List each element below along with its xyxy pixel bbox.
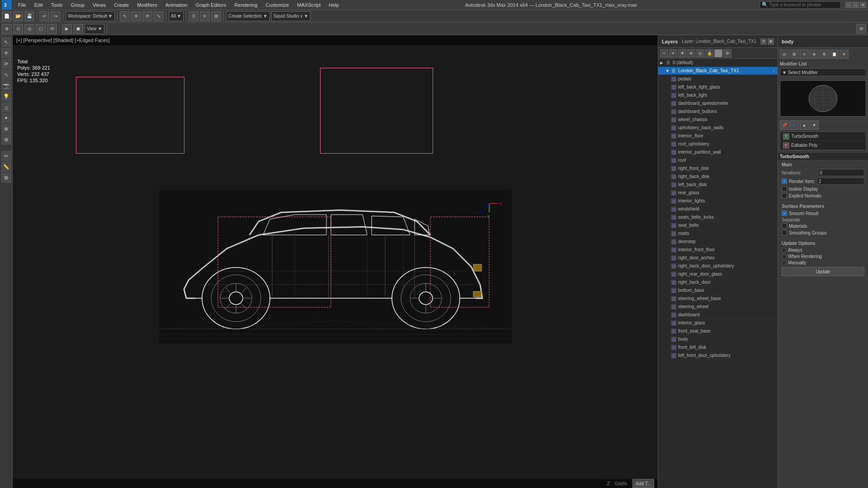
layer-freeze-button[interactable]: ❄ bbox=[687, 49, 695, 57]
layer-color-button[interactable] bbox=[714, 49, 722, 57]
menu-edit[interactable]: Edit bbox=[31, 1, 47, 9]
layer-right_front_disk[interactable]: ◻ right_front_disk bbox=[658, 164, 778, 173]
sub-btn-4[interactable]: ◻ bbox=[36, 24, 46, 34]
layer-hide-button[interactable]: 👁 bbox=[678, 49, 686, 57]
layer-left_back_light[interactable]: ◻ left_back_light bbox=[658, 91, 778, 99]
layer-upholstery_back_walls[interactable]: ◻ upholstery_back_walls bbox=[658, 124, 778, 132]
sub-btn-3[interactable]: ◎ bbox=[24, 24, 34, 34]
layer-matts[interactable]: ◻ matts bbox=[658, 230, 778, 238]
layer-new-button[interactable]: + bbox=[660, 49, 668, 57]
layer-delete-button[interactable]: ✕ bbox=[669, 49, 677, 57]
close-button[interactable]: ✕ bbox=[860, 2, 866, 8]
layer-wheel_chassis[interactable]: ◻ wheel_chassis bbox=[658, 116, 778, 124]
layer-steering_wheel_base[interactable]: ◻ steering_wheel_base bbox=[658, 295, 778, 303]
turbosmoooth-section-header[interactable]: TurboSmooth bbox=[778, 152, 868, 160]
tool-helper[interactable]: ✦ bbox=[1, 113, 11, 123]
layer-interior_partition_wall[interactable]: ◻ interior_partition_wall bbox=[658, 148, 778, 156]
modifier-dropdown[interactable]: ▼ Select Modifier bbox=[780, 68, 866, 76]
sub-btn-2[interactable]: ⊙ bbox=[13, 24, 23, 34]
layer-default[interactable]: ▶ ☰ 0 (default) bbox=[658, 59, 778, 67]
render-iters-checkbox[interactable]: ✓ bbox=[782, 178, 787, 184]
layer-right_back_door[interactable]: ◻ right_back_door bbox=[658, 278, 778, 286]
layer-interior_front_floor[interactable]: ◻ interior_front_floor bbox=[658, 246, 778, 254]
mod-editable-poly[interactable]: P Editable Poly bbox=[780, 141, 866, 150]
mod-move-down-button[interactable]: ▼ bbox=[810, 121, 819, 130]
menu-create[interactable]: Create bbox=[110, 1, 132, 9]
layers-help-button[interactable]: ? bbox=[760, 38, 767, 45]
scale-button[interactable]: ⤡ bbox=[154, 11, 164, 21]
save-button[interactable]: 💾 bbox=[24, 11, 34, 21]
menu-maxscript[interactable]: MAXScript bbox=[293, 1, 324, 9]
squid-studio-dropdown[interactable]: Squid Studio v ▼ bbox=[271, 11, 311, 21]
layer-settings-button[interactable]: ⚙ bbox=[723, 49, 731, 57]
layers-close-button[interactable]: ✕ bbox=[768, 38, 774, 45]
layer-roof[interactable]: ◻ roof bbox=[658, 156, 778, 164]
when-rendering-radio[interactable] bbox=[782, 254, 786, 259]
layer-interior_lights[interactable]: ◻ interior_lights bbox=[658, 197, 778, 205]
layer-right_back_door_upholstery[interactable]: ◻ right_back_door_upholstery bbox=[658, 262, 778, 270]
layer-right_back_disk[interactable]: ◻ right_back_disk bbox=[658, 173, 778, 181]
materials-checkbox[interactable] bbox=[782, 223, 787, 229]
isoline-checkbox[interactable] bbox=[782, 186, 787, 192]
menu-group[interactable]: Group bbox=[67, 1, 88, 9]
layer-dashboard_speedometer[interactable]: ◻ dashboard_speedometer bbox=[658, 99, 778, 108]
add-time-button[interactable]: Add T... bbox=[632, 479, 654, 488]
layer-left_front_door_upholstery[interactable]: ◻ left_front_door_upholstery bbox=[658, 352, 778, 360]
layer-interior_glass[interactable]: ◻ interior_glass bbox=[658, 319, 778, 327]
mod-tool-4[interactable]: ⊕ bbox=[810, 50, 819, 59]
always-radio[interactable] bbox=[782, 248, 786, 253]
mod-tool-5[interactable]: ⚙ bbox=[820, 50, 829, 59]
new-button[interactable]: 📄 bbox=[2, 11, 12, 21]
restore-button[interactable]: □ bbox=[853, 2, 859, 8]
sub-btn-1[interactable]: ⊕ bbox=[2, 24, 12, 34]
layer-seat_belts[interactable]: ◻ seat_belts bbox=[658, 221, 778, 230]
menu-file[interactable]: File bbox=[14, 1, 30, 9]
minimize-button[interactable]: ─ bbox=[845, 2, 852, 8]
undo-button[interactable]: ↩ bbox=[39, 11, 49, 21]
tool-select[interactable]: ↖ bbox=[1, 37, 11, 47]
iterations-value[interactable]: 0 bbox=[818, 169, 864, 176]
mod-tool-1[interactable]: ◎ bbox=[780, 50, 789, 59]
layer-steering_wheel[interactable]: ◻ steering_wheel bbox=[658, 303, 778, 311]
tool-camera[interactable]: 📷 bbox=[1, 80, 11, 90]
layer-main[interactable]: ▼ ☰ London_Black_Cab_Taxi_TX1 ✓ bbox=[658, 67, 778, 75]
tool-scale[interactable]: ⤡ bbox=[1, 70, 11, 80]
search-area[interactable]: 🔍 bbox=[760, 1, 841, 9]
tool-light[interactable]: 💡 bbox=[1, 91, 11, 101]
mod-tool-2[interactable]: ⊞ bbox=[790, 50, 799, 59]
layer-body[interactable]: ◻ body bbox=[658, 335, 778, 343]
layer-rear_glass[interactable]: ◻ rear_glass bbox=[658, 189, 778, 197]
tool-space[interactable]: ⊕ bbox=[1, 124, 11, 134]
update-button[interactable]: Update bbox=[782, 267, 864, 276]
align-button[interactable]: ≡ bbox=[200, 11, 210, 21]
menu-help[interactable]: Help bbox=[325, 1, 343, 9]
mod-pin-button[interactable]: 📌 bbox=[780, 121, 789, 130]
layer-seats_belts_locks[interactable]: ◻ seats_belts_locks bbox=[658, 213, 778, 221]
layer-dashboard_buttons[interactable]: ◻ dashboard_buttons bbox=[658, 108, 778, 116]
layer-lock-button[interactable]: 🔒 bbox=[705, 49, 713, 57]
mod-turbosmoooth[interactable]: T TurboSmooth bbox=[780, 132, 866, 141]
redo-button[interactable]: ↪ bbox=[51, 11, 61, 21]
tool-rotate[interactable]: ⟳ bbox=[1, 59, 11, 69]
mod-move-up-button[interactable]: ▲ bbox=[800, 121, 809, 130]
layer-pedals[interactable]: ◻ pedals bbox=[658, 75, 778, 83]
explicit-normals-checkbox[interactable] bbox=[782, 193, 787, 198]
smooth-result-checkbox[interactable]: ✓ bbox=[782, 211, 787, 216]
sub-btn-8[interactable]: ⚙ bbox=[856, 24, 866, 34]
layer-bottom_base[interactable]: ◻ bottom_base bbox=[658, 286, 778, 295]
mirror-button[interactable]: ⧖ bbox=[189, 11, 198, 21]
select-button[interactable]: ↖ bbox=[120, 11, 130, 21]
layer-right_door_arches[interactable]: ◻ right_door_arches bbox=[658, 254, 778, 262]
tool-paint[interactable]: ✏ bbox=[1, 151, 11, 161]
sub-btn-7[interactable]: ⏹ bbox=[73, 24, 83, 34]
menu-rendering[interactable]: Rendering bbox=[231, 1, 261, 9]
manually-radio[interactable] bbox=[782, 261, 786, 265]
all-dropdown[interactable]: All▼ bbox=[169, 11, 184, 21]
mod-tool-7[interactable]: ✕ bbox=[840, 50, 849, 59]
create-selection-dropdown[interactable]: Create Selection ▼ bbox=[226, 11, 270, 21]
layer-right_rear_door_glass[interactable]: ◻ right_rear_door_glass bbox=[658, 270, 778, 278]
layer-doorstep[interactable]: ◻ doorstep bbox=[658, 238, 778, 246]
rotate-button[interactable]: ⟳ bbox=[142, 11, 152, 21]
workspace-dropdown[interactable]: Workspace: Default ▼ bbox=[66, 11, 115, 21]
layer-interior_floor[interactable]: ◻ interior_floor bbox=[658, 132, 778, 140]
